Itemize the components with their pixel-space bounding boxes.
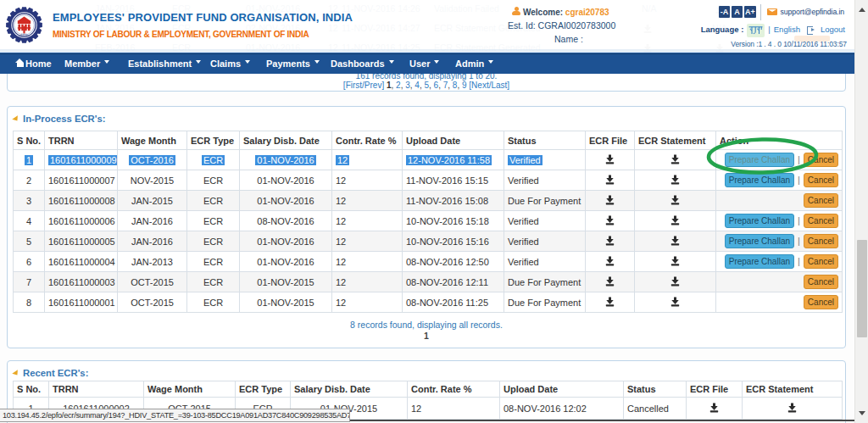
download-icon[interactable]	[670, 195, 681, 205]
scroll-up-arrow[interactable]	[859, 4, 865, 12]
in-process-row-5: 51601611000005JAN-2016ECR01-NOV-20161210…	[14, 231, 843, 252]
in-process-row-4: 41601611000006JAN-2016ECR08-NOV-20161210…	[14, 211, 843, 231]
cell-wage-month: JAN-2015	[118, 191, 187, 211]
download-icon[interactable]	[787, 403, 798, 413]
cell-wage-month: OCT-2015	[118, 272, 187, 292]
download-icon[interactable]	[670, 175, 681, 185]
cell-ecr-type: ECR	[187, 252, 240, 272]
collapse-arrow-icon[interactable]	[12, 115, 19, 123]
scrollbar-thumb[interactable]	[857, 240, 867, 337]
cell-ecr-file	[586, 170, 635, 191]
download-icon[interactable]	[604, 195, 615, 205]
cell-ecr-statement	[635, 150, 716, 170]
column-header-ecr-statement: ECR Statement	[743, 381, 843, 398]
cell-upload-date: 12-NOV-2016 11:58	[403, 150, 504, 170]
cell-wage-month: NOV-2015	[118, 170, 187, 191]
download-icon[interactable]	[604, 256, 615, 266]
cell-contr-rate-: 12	[332, 170, 403, 191]
cell-action: Cancel	[716, 292, 843, 313]
action-separator: |	[798, 175, 800, 185]
column-header-contr-rate-: Contr. Rate %	[408, 381, 500, 398]
vertical-scrollbar[interactable]	[854, 0, 868, 423]
in-process-row-3: 31601611000008JAN-2015ECR01-NOV-20161211…	[14, 191, 843, 211]
download-icon[interactable]	[604, 236, 615, 246]
nav-item-claims[interactable]: Claims	[210, 53, 250, 75]
cell-action: Prepare Challan|Cancel	[716, 252, 843, 272]
nav-item-dashboards[interactable]: Dashboards	[331, 53, 394, 75]
cancel-button[interactable]: Cancel	[804, 153, 838, 167]
prepare-challan-button[interactable]: Prepare Challan	[725, 153, 794, 167]
cell-upload-date: 08-NOV-2016 12:02	[500, 398, 624, 420]
font-normal-button[interactable]: A	[732, 6, 743, 18]
cancel-button[interactable]: Cancel	[804, 173, 838, 187]
cell-ecr-statement	[635, 231, 716, 252]
download-icon[interactable]	[709, 403, 720, 413]
cell-trrn: 1601611000007	[45, 170, 118, 191]
app-header: ~~~~~ EPFO EMPLOYEES' PROVIDENT FUND ORG…	[0, 0, 868, 53]
logout-link[interactable]: Logout	[821, 25, 845, 34]
download-icon[interactable]	[604, 276, 615, 287]
in-process-row-8: 81601611000001OCT-2015ECR01-NOV-20151208…	[14, 292, 843, 313]
nav-item-member[interactable]: Member	[64, 53, 109, 75]
cell-s-no-: 1	[14, 150, 45, 170]
pager-next-last[interactable]: [Next/Last]	[469, 81, 509, 90]
download-icon[interactable]	[604, 297, 615, 307]
download-icon[interactable]	[670, 236, 681, 246]
cancel-button[interactable]: Cancel	[804, 275, 838, 289]
nav-item-home[interactable]: Home	[15, 53, 52, 75]
column-header-s-no-: S No.	[14, 131, 45, 150]
font-increase-button[interactable]: A+	[744, 6, 756, 18]
mail-icon	[767, 8, 777, 15]
cell-ecr-statement	[635, 252, 716, 272]
welcome-line: Welcome: cgrai20783	[512, 7, 609, 17]
cell-upload-date: 10-NOV-2016 15:16	[403, 231, 504, 252]
column-header-ecr-statement: ECR Statement	[635, 131, 716, 150]
nav-item-payments[interactable]: Payments	[266, 53, 320, 75]
download-icon[interactable]	[670, 154, 681, 164]
language-hindi-link[interactable]	[747, 24, 765, 37]
cell-contr-rate-: 12	[332, 231, 403, 252]
download-icon[interactable]	[604, 175, 615, 185]
download-icon[interactable]	[604, 154, 615, 164]
download-icon[interactable]	[670, 256, 681, 266]
cell-ecr-file	[586, 231, 635, 252]
cell-salary-disb-date: 01-NOV-2015	[240, 292, 332, 313]
scroll-down-arrow[interactable]	[859, 411, 865, 419]
cell-trrn: 1601611000009	[45, 150, 118, 170]
font-decrease-button[interactable]: -A	[719, 6, 730, 18]
download-icon[interactable]	[670, 276, 681, 287]
cancel-button[interactable]: Cancel	[804, 234, 838, 248]
cancel-button[interactable]: Cancel	[804, 214, 838, 228]
prepare-challan-button[interactable]: Prepare Challan	[725, 173, 794, 187]
cell-s-no-: 8	[14, 292, 45, 313]
prepare-challan-button[interactable]: Prepare Challan	[725, 254, 794, 269]
cell-action: Prepare Challan|Cancel	[716, 150, 843, 170]
svg-text:EPFO: EPFO	[21, 33, 28, 36]
pager-page-9[interactable]: 9	[462, 81, 467, 90]
cell-ecr-file	[586, 272, 635, 292]
download-icon[interactable]	[670, 297, 681, 307]
cancel-button[interactable]: Cancel	[804, 193, 838, 208]
svg-text:~~~~~: ~~~~~	[19, 12, 31, 15]
action-separator: |	[798, 215, 800, 225]
nav-item-user[interactable]: User	[409, 53, 439, 75]
download-icon[interactable]	[604, 215, 615, 225]
support-email[interactable]: support@epfindia.in	[767, 8, 844, 16]
nav-item-admin[interactable]: Admin	[455, 53, 493, 75]
selected-text: Verified	[508, 155, 542, 165]
cancel-button[interactable]: Cancel	[804, 295, 838, 309]
pager-first-prev[interactable]: [First/Prev]	[343, 81, 384, 90]
collapse-arrow-icon[interactable]	[12, 370, 19, 377]
prepare-challan-button[interactable]: Prepare Challan	[725, 234, 794, 248]
prepare-challan-button[interactable]: Prepare Challan	[725, 214, 794, 228]
cell-trrn: 1601611000004	[45, 252, 118, 272]
column-header-upload-date: Upload Date	[500, 381, 624, 398]
column-header-status: Status	[624, 381, 687, 398]
language-english-link[interactable]: English	[774, 25, 800, 34]
nav-item-establishment[interactable]: Establishment	[128, 53, 201, 75]
cell-ecr-type: ECR	[187, 191, 240, 211]
download-icon[interactable]	[670, 215, 681, 225]
cancel-button[interactable]: Cancel	[804, 254, 838, 269]
nav-item-label: Payments	[266, 58, 310, 69]
cell-status: Verified	[504, 211, 586, 231]
